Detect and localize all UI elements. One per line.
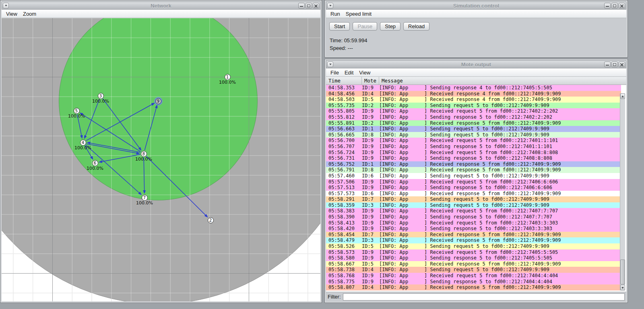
reload-button[interactable]: Reload <box>403 22 429 31</box>
minimize-button[interactable] <box>604 62 611 67</box>
network-titlebar[interactable]: Network <box>2 2 320 10</box>
log-row[interactable]: 05:56.663ID:1[INFO: App] Sending request… <box>326 126 621 132</box>
log-mote: ID:9 <box>362 144 379 150</box>
log-time: 05:56.724 <box>326 150 362 156</box>
log-row[interactable]: 05:56.665ID:8[INFO: App] Sending request… <box>326 132 621 138</box>
scroll-up-button[interactable] <box>620 93 625 99</box>
log-row[interactable]: 05:58.768ID:9[INFO: App] Received reques… <box>326 273 621 279</box>
log-row[interactable]: 05:56.731ID:9[INFO: App] Sending respons… <box>326 155 621 161</box>
minimize-button[interactable] <box>298 3 305 8</box>
log-time: 05:58.667 <box>326 261 362 267</box>
log-row[interactable]: 05:57.573ID:6[INFO: App] Received respon… <box>326 191 621 197</box>
mote-8[interactable]: 8 <box>141 151 147 157</box>
radio-edge-3-8 <box>103 99 140 149</box>
log-row[interactable]: 04:58.503ID:5[INFO: App] Received respon… <box>326 97 621 103</box>
log-row[interactable]: 05:56.791ID:8[INFO: App] Received respon… <box>326 167 621 173</box>
network-canvas[interactable]: 1100.0%23100.0%4100.0%5100.0%6100.0%7100… <box>2 18 320 301</box>
log-row[interactable]: 05:57.506ID:9[INFO: App] Received reques… <box>326 179 621 185</box>
log-time: 05:57.460 <box>326 173 362 179</box>
log-message: [INFO: App] Sending response 5 to fd00::… <box>379 155 621 161</box>
log-row[interactable]: 05:58.775ID:9[INFO: App] Sending respons… <box>326 279 621 285</box>
maximize-button[interactable] <box>611 3 618 8</box>
simulation-control-titlebar[interactable]: Simulation control <box>326 2 626 10</box>
close-button[interactable] <box>313 3 319 8</box>
log-message: [INFO: App] Sending request 5 to fd00::2… <box>379 243 621 249</box>
vertical-scrollbar[interactable] <box>620 93 625 290</box>
simulation-control-window: Simulation control RunSpeed limit StartP… <box>324 0 628 58</box>
menu-item-view[interactable]: View <box>3 10 20 18</box>
mote-output-titlebar[interactable]: Mote output <box>326 60 626 68</box>
menu-item-zoom[interactable]: Zoom <box>20 10 39 18</box>
maximize-button[interactable] <box>305 3 312 8</box>
mote-4[interactable]: 4 <box>80 140 86 146</box>
close-button[interactable] <box>619 3 625 8</box>
column-header-time[interactable]: Time <box>326 77 362 84</box>
log-row[interactable]: 05:58.807ID:4[INFO: App] Received respon… <box>326 284 621 290</box>
log-row[interactable]: 05:58.420ID:9[INFO: App] Sending respons… <box>326 226 621 232</box>
log-level: [INFO: App <box>379 173 424 179</box>
log-row[interactable]: 04:58.353ID:9[INFO: App] Sending respons… <box>326 85 621 91</box>
mote-7[interactable]: 7 <box>142 195 148 201</box>
simulation-buttons: StartPauseStepReload <box>329 22 429 31</box>
log-row[interactable]: 04:58.456ID:4[INFO: App] Received respon… <box>326 91 621 97</box>
menu-item-file[interactable]: File <box>328 69 342 76</box>
log-time: 05:56.731 <box>326 155 362 161</box>
log-row[interactable]: 05:58.479ID:3[INFO: App] Received respon… <box>326 237 621 243</box>
log-message: [INFO: App] Received request 5 from fd00… <box>379 249 621 255</box>
log-row[interactable]: 05:56.724ID:9[INFO: App] Received reques… <box>326 150 621 156</box>
log-row[interactable]: 05:58.580ID:9[INFO: App] Sending respons… <box>326 255 621 261</box>
log-row[interactable]: 05:58.383ID:9[INFO: App] Received reques… <box>326 208 621 214</box>
column-header-message[interactable]: Message <box>379 77 626 84</box>
log-row[interactable]: 05:58.667ID:5[INFO: App] Received respon… <box>326 261 621 267</box>
window-menu-icon <box>329 64 332 65</box>
filter-input[interactable] <box>343 293 625 301</box>
mote-9[interactable]: 9 <box>155 98 161 104</box>
log-row[interactable]: 05:55.735ID:2[INFO: App] Sending request… <box>326 103 621 109</box>
log-level: [INFO: App <box>379 232 424 238</box>
log-time: 05:56.752 <box>326 161 362 167</box>
log-row[interactable]: 05:58.359ID:3[INFO: App] Sending request… <box>326 202 621 208</box>
log-level: [INFO: App <box>379 208 424 214</box>
log-level: [INFO: App <box>379 202 424 208</box>
log-row[interactable]: 05:58.573ID:9[INFO: App] Received reques… <box>326 249 621 255</box>
window-menu-icon <box>329 5 332 6</box>
column-header-mote[interactable]: Mote <box>362 77 379 84</box>
menu-item-view[interactable]: View <box>356 69 373 76</box>
pause-button[interactable]: Pause <box>353 22 377 31</box>
log-row[interactable]: 05:58.454ID:7[INFO: App] Received respon… <box>326 232 621 238</box>
log-row[interactable]: 05:58.291ID:7[INFO: App] Sending request… <box>326 196 621 202</box>
menu-item-run[interactable]: Run <box>328 10 343 18</box>
log-time: 05:58.383 <box>326 208 362 214</box>
log-row[interactable]: 05:56.707ID:9[INFO: App] Sending respons… <box>326 144 621 150</box>
mote-6[interactable]: 6 <box>92 160 98 166</box>
scroll-down-button[interactable] <box>620 285 625 290</box>
window-menu-button[interactable] <box>327 3 333 8</box>
log-row[interactable]: 05:57.513ID:9[INFO: App] Sending respons… <box>326 185 621 191</box>
maximize-button[interactable] <box>611 62 618 67</box>
log-row[interactable]: 05:56.752ID:1[INFO: App] Received respon… <box>326 161 621 167</box>
scrollbar-thumb[interactable] <box>620 260 625 284</box>
menu-item-speed-limit[interactable]: Speed limit <box>343 10 374 18</box>
mote-2[interactable]: 2 <box>208 217 214 223</box>
log-row[interactable]: 05:58.738ID:4[INFO: App] Sending request… <box>326 267 621 273</box>
log-row[interactable]: 05:58.413ID:9[INFO: App] Received reques… <box>326 220 621 226</box>
mote-1[interactable]: 1 <box>225 74 231 80</box>
log-row[interactable]: 05:55.812ID:9[INFO: App] Sending respons… <box>326 114 621 120</box>
log-level: [INFO: App <box>379 138 424 144</box>
log-level: [INFO: App <box>379 167 424 173</box>
log-row[interactable]: 05:55.805ID:9[INFO: App] Received reques… <box>326 108 621 114</box>
log-row[interactable]: 05:56.700ID:9[INFO: App] Received reques… <box>326 138 621 144</box>
log-row[interactable]: 05:58.390ID:9[INFO: App] Sending respons… <box>326 214 621 220</box>
minimize-button[interactable] <box>604 3 611 8</box>
window-menu-button[interactable] <box>327 62 333 67</box>
log-row[interactable]: 05:57.460ID:6[INFO: App] Sending request… <box>326 173 621 179</box>
mote-5[interactable]: 5 <box>74 108 80 114</box>
window-menu-button[interactable] <box>3 3 9 8</box>
mote-3[interactable]: 3 <box>98 93 104 99</box>
log-row[interactable]: 05:58.526ID:5[INFO: App] Sending request… <box>326 243 621 249</box>
close-button[interactable] <box>619 62 625 67</box>
menu-item-edit[interactable]: Edit <box>342 69 356 76</box>
log-row[interactable]: 05:55.891ID:2[INFO: App] Received respon… <box>326 120 621 126</box>
start-button[interactable]: Start <box>329 22 350 31</box>
step-button[interactable]: Step <box>380 22 400 31</box>
